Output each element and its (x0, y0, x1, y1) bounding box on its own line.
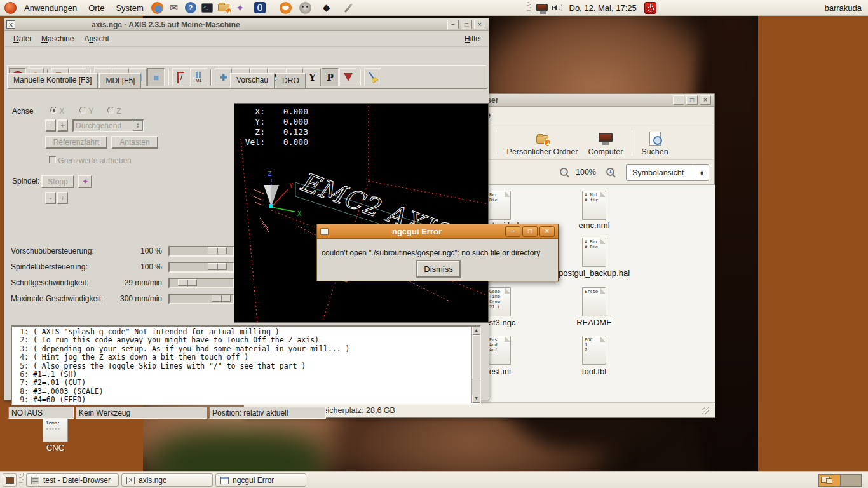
jog-minus-button[interactable]: - (45, 119, 56, 132)
applications-menu-icon[interactable] (3, 1, 18, 15)
x-axis-label: X (297, 210, 301, 217)
task-file-browser[interactable]: test - Datei-Browser (26, 473, 119, 487)
axis-window: X axis.ngc - AXIS 2.3.5 auf Meine-Maschi… (4, 18, 489, 400)
spindle-minus-button[interactable]: - (45, 192, 56, 204)
menu-maschine[interactable]: Maschine (36, 32, 79, 45)
spindle-brake-button[interactable]: ✦ (78, 175, 92, 188)
home-axis-button[interactable]: Referenzfahrt (45, 136, 107, 149)
optional-pause-button[interactable]: M1 (190, 68, 207, 86)
dialog-title: ngcgui Error (332, 227, 502, 236)
override-limits-checkbox[interactable]: Grenzwerte aufheben (49, 156, 132, 165)
file-manager-launcher-icon[interactable] (216, 1, 231, 15)
xournal-launcher-icon[interactable] (341, 1, 356, 15)
preview-canvas[interactable]: EMC2 AXIS 164.3 X Y Z X:0.000 Y:0.000 (234, 103, 489, 323)
tab-manual-control[interactable]: Manuelle Kontrolle [F3] (7, 73, 98, 88)
axis-app-icon: X (126, 477, 135, 484)
firefox-launcher-icon[interactable] (150, 1, 165, 15)
error-message: couldn't open "./subroutines/gosper.ngc"… (322, 248, 557, 257)
show-desktop-button[interactable] (3, 473, 17, 487)
stop-button[interactable]: ■ (147, 68, 165, 86)
spindle-stop-button[interactable]: Stopp (41, 175, 74, 188)
volume-icon[interactable] (552, 3, 562, 12)
dialog-window-icon (320, 228, 329, 235)
tab-dro[interactable]: DRO (276, 73, 306, 88)
toggle-skip-lines-button[interactable]: / (172, 68, 189, 86)
help-launcher-icon[interactable]: ? (183, 1, 198, 15)
menu-hilfe[interactable]: Hilfe (459, 32, 485, 45)
manual-control-pane: Achse X Y Z - + Durchgehend ▼▼ Referenzf… (11, 103, 231, 255)
zoom-out-icon[interactable]: – (560, 168, 568, 176)
clock[interactable]: Do, 12. Mai, 17:25 (566, 3, 641, 13)
inkscape-launcher-icon[interactable]: ◆ (319, 1, 334, 15)
radio-axis-z[interactable]: Z (107, 107, 121, 116)
view-mode-dropdown[interactable]: Symbolansicht ▲▼ (626, 164, 709, 181)
rotate-view-button[interactable] (339, 68, 356, 86)
bottom-taskbar: test - Datei-Browser X axis.ngc ngcgui E… (0, 471, 868, 488)
max-velocity-slider[interactable] (168, 294, 234, 304)
workspace-1[interactable] (819, 475, 840, 486)
jog-increment-dropdown[interactable]: Durchgehend ▼▼ (72, 119, 144, 132)
toolbar-home-button[interactable]: Persönlicher Ordner (502, 133, 583, 158)
jog-speed-slider[interactable] (168, 278, 234, 288)
maximize-button[interactable]: □ (461, 20, 472, 29)
axis-statusbar: NOTAUS Kein Werkzeug Position: relativ a… (8, 407, 486, 419)
minimize-button[interactable]: − (673, 95, 684, 105)
zoom-level: 100% (576, 168, 596, 177)
touch-off-button[interactable]: Antasten (111, 136, 158, 149)
resize-grip[interactable] (702, 407, 709, 414)
dismiss-button[interactable]: Dismiss (417, 261, 460, 277)
menu-system[interactable]: System (110, 0, 149, 16)
taskbar-drag-handle[interactable] (19, 473, 24, 487)
maximize-button[interactable]: □ (686, 95, 698, 105)
menu-datei[interactable]: Datei (8, 32, 36, 45)
gcode-scrollbar[interactable]: ▲ ▼ (471, 327, 480, 403)
network-launcher-icon[interactable]: ✦ (233, 1, 248, 15)
shutdown-button[interactable] (644, 2, 656, 14)
tab-mdi[interactable]: MDI [F5] (99, 73, 141, 88)
qcad-launcher-icon[interactable] (252, 1, 268, 15)
spindle-plus-button[interactable]: + (57, 192, 68, 204)
axis-title: axis.ngc - AXIS 2.3.5 auf Meine-Maschine (92, 20, 240, 29)
clear-plot-button[interactable] (364, 68, 381, 86)
workspace-2[interactable] (840, 475, 861, 486)
feed-override-slider[interactable] (168, 246, 234, 257)
menu-anwendungen[interactable]: Anwendungen (18, 0, 83, 16)
scroll-down-icon[interactable]: ▼ (472, 395, 480, 403)
menu-orte[interactable]: Orte (83, 0, 110, 16)
panel-drag-handle[interactable] (527, 1, 531, 15)
spindle-override-slider[interactable] (168, 262, 234, 273)
close-button[interactable]: × (700, 95, 711, 105)
axis-titlebar[interactable]: X axis.ngc - AXIS 2.3.5 auf Meine-Maschi… (4, 18, 489, 31)
tab-vorschau[interactable]: Vorschau (230, 73, 275, 88)
minimize-button[interactable]: − (505, 226, 520, 237)
rotate-cone-icon (344, 73, 353, 81)
scrollbar-thumb[interactable] (472, 335, 480, 379)
scroll-up-icon[interactable]: ▲ (472, 327, 480, 335)
terminal-launcher-icon[interactable]: >_ (200, 1, 215, 15)
gcode-listing[interactable]: 1:( AXIS "splash g-code" Not intended fo… (11, 325, 481, 405)
radio-axis-y[interactable]: Y (79, 107, 93, 116)
toolbar-computer-button[interactable]: Computer (583, 131, 628, 158)
zoom-in-icon[interactable]: + (606, 168, 614, 176)
mail-launcher-icon[interactable]: ✉ (166, 1, 182, 15)
radio-axis-x[interactable]: X (50, 107, 64, 116)
dialog-titlebar[interactable]: ngcgui Error − □ × (317, 224, 558, 239)
zoom-in-button[interactable]: ✚ (215, 68, 232, 86)
stop-icon: ■ (153, 72, 159, 83)
toolbar-search-button[interactable]: Suchen (636, 130, 673, 158)
view-perspective-button[interactable]: P (322, 68, 339, 86)
menu-ansicht[interactable]: Ansicht (79, 32, 114, 45)
close-button[interactable]: × (539, 226, 555, 237)
desktop-icon-cnc-label[interactable]: CNC (30, 443, 81, 452)
display-settings-icon[interactable] (536, 4, 548, 11)
minimize-button[interactable]: − (447, 20, 459, 29)
task-axis[interactable]: X axis.ngc (121, 473, 213, 487)
view-y-button[interactable]: Y (304, 68, 321, 86)
tool-tip (269, 204, 273, 208)
gimp-launcher-icon[interactable] (298, 1, 313, 15)
close-button[interactable]: × (474, 20, 485, 29)
jog-plus-button[interactable]: + (57, 119, 68, 132)
task-ngcgui-error[interactable]: ngcgui Error (215, 473, 306, 487)
maximize-button[interactable]: □ (522, 226, 538, 237)
blender-launcher-icon[interactable] (278, 1, 294, 15)
